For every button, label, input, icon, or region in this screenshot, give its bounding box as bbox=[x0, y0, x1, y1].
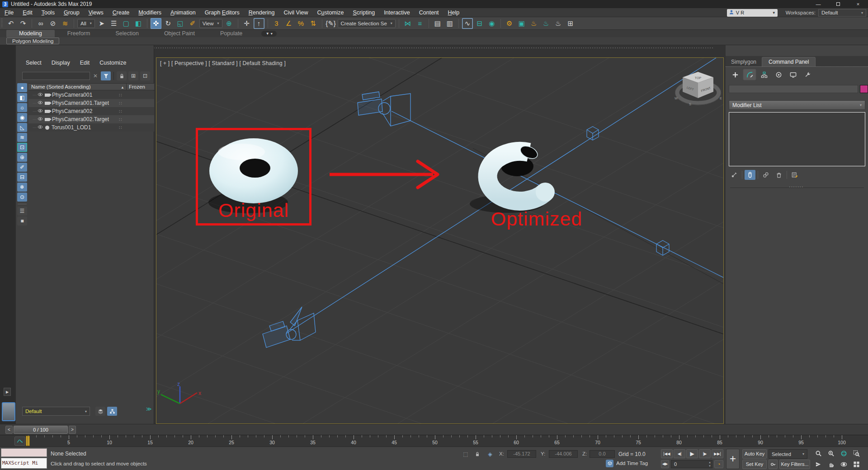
physcamera002[interactable] bbox=[263, 307, 316, 348]
hierarchy-tab-icon[interactable] bbox=[757, 69, 771, 80]
select-by-name-icon[interactable]: ☰ bbox=[108, 18, 119, 29]
autodesk-360-icon[interactable]: ⊞ bbox=[565, 18, 576, 29]
display-hidden-icon[interactable]: ⊙ bbox=[17, 193, 27, 202]
pin-stack-icon[interactable] bbox=[729, 170, 740, 180]
select-and-scale-icon[interactable]: ◱ bbox=[175, 18, 186, 29]
compass-south[interactable]: S bbox=[689, 102, 691, 106]
camera-target-cube[interactable] bbox=[656, 240, 669, 255]
menu-tools[interactable]: Tools bbox=[37, 8, 59, 17]
compass-east[interactable]: E bbox=[720, 96, 722, 100]
display-geometry-icon[interactable]: ● bbox=[17, 83, 27, 92]
visibility-eye-icon[interactable] bbox=[38, 108, 43, 115]
display-bones-icon[interactable]: ✐ bbox=[17, 163, 27, 172]
current-frame-field[interactable]: 0▲▼ bbox=[671, 460, 712, 468]
object-name[interactable]: PhysCamera002.Target bbox=[52, 116, 109, 122]
select-and-link-icon[interactable]: ∞ bbox=[35, 18, 46, 29]
frozen-cell[interactable]: ∷ bbox=[119, 125, 122, 130]
display-xrefs-icon[interactable]: ⊕ bbox=[17, 153, 27, 162]
selection-set-dropdown[interactable]: Default ▾ bbox=[22, 407, 90, 416]
ribbon-tab-freeform[interactable]: Freeform bbox=[55, 30, 103, 37]
time-marker[interactable] bbox=[26, 436, 30, 446]
menu-edit[interactable]: Edit bbox=[18, 8, 37, 17]
time-slider[interactable]: < 0 / 100 > bbox=[0, 424, 868, 435]
align-icon[interactable]: ≡ bbox=[415, 18, 425, 29]
select-and-manipulate-icon[interactable]: ✛ bbox=[241, 18, 252, 29]
key-mode-toggle-icon[interactable]: ◔ bbox=[714, 460, 723, 468]
material-sample-slot[interactable] bbox=[2, 402, 15, 421]
display-tab-icon[interactable] bbox=[786, 69, 800, 80]
perspective-viewport[interactable]: [ + ] [ Perspective ] [ Standard ] [ Def… bbox=[156, 57, 724, 424]
time-slider-handle[interactable]: 0 / 100 bbox=[14, 426, 68, 434]
previous-frame-arrow[interactable]: < bbox=[5, 426, 13, 434]
zoom-region-icon[interactable] bbox=[851, 449, 862, 458]
camera-target-cube[interactable] bbox=[587, 127, 599, 140]
minimize-button[interactable]: — bbox=[808, 0, 828, 8]
previous-frame-button[interactable]: ◀| bbox=[674, 449, 685, 458]
isolate-selection-icon[interactable]: ⬚ bbox=[461, 450, 470, 458]
hierarchy-view-button[interactable] bbox=[107, 407, 117, 416]
filter-icon[interactable] bbox=[101, 71, 111, 80]
tab-simplygon[interactable]: Simplygon bbox=[726, 57, 762, 66]
torus-optimized-lod[interactable] bbox=[470, 144, 555, 213]
display-lights-icon[interactable]: ☼ bbox=[17, 103, 27, 112]
menu-views[interactable]: Views bbox=[84, 8, 108, 17]
modify-tab-icon[interactable] bbox=[743, 69, 756, 80]
rendered-frame-window-icon[interactable]: ▣ bbox=[516, 18, 527, 29]
select-and-rotate-icon[interactable]: ↻ bbox=[163, 18, 174, 29]
next-frame-arrow[interactable]: > bbox=[69, 426, 76, 434]
display-cameras-icon[interactable]: ◉ bbox=[17, 113, 27, 122]
frozen-cell[interactable]: ∷ bbox=[119, 93, 122, 98]
select-and-place-icon[interactable]: ✐ bbox=[187, 18, 198, 29]
menu-modifiers[interactable]: Modifiers bbox=[134, 8, 166, 17]
user-account-dropdown[interactable]: V R ▼ bbox=[727, 9, 778, 17]
selection-filter-dropdown[interactable]: All▾ bbox=[77, 19, 95, 28]
display-groups-icon[interactable]: ⊡ bbox=[17, 143, 27, 152]
create-key-button[interactable]: + bbox=[726, 449, 740, 469]
maximize-viewport-toggle-icon[interactable] bbox=[851, 460, 862, 469]
angle-snap-icon[interactable]: ∠ bbox=[283, 18, 294, 29]
display-space-warps-icon[interactable]: ≋ bbox=[17, 133, 27, 142]
toggle-ribbon-icon[interactable]: ▥ bbox=[444, 18, 455, 29]
table-row[interactable]: ···PhysCamera002.Target∷ bbox=[28, 115, 154, 123]
snaps-toggle-icon[interactable]: 3 bbox=[271, 18, 282, 29]
table-row[interactable]: ···PhysCamera001∷ bbox=[28, 91, 154, 99]
close-button[interactable]: × bbox=[848, 0, 868, 8]
menu-help[interactable]: Help bbox=[443, 8, 464, 17]
key-step-toggle[interactable]: ◀▶ bbox=[661, 460, 669, 468]
pick-container-icon[interactable]: ⊡ bbox=[140, 71, 150, 80]
render-setup-icon[interactable]: ⚙ bbox=[504, 18, 515, 29]
keyboard-shortcut-override-icon[interactable]: ↑ bbox=[254, 18, 264, 29]
object-name[interactable]: Torus001_LOD1 bbox=[52, 124, 91, 131]
search-input[interactable] bbox=[22, 72, 90, 80]
menu-graph-editors[interactable]: Graph Editors bbox=[200, 8, 244, 17]
selection-lock-icon[interactable] bbox=[473, 450, 482, 458]
frame-spinner[interactable]: ▲▼ bbox=[708, 461, 711, 468]
set-key-button[interactable]: Set Key bbox=[742, 460, 767, 469]
layer-list-button[interactable] bbox=[95, 407, 105, 416]
window-crossing-toggle-icon[interactable]: ◧ bbox=[133, 18, 144, 29]
explorer-menu-select[interactable]: Select bbox=[26, 60, 42, 66]
key-selection-filter-dropdown[interactable]: Selected ▾ bbox=[769, 449, 807, 459]
menu-file[interactable]: File bbox=[0, 8, 18, 17]
menu-rendering[interactable]: Rendering bbox=[244, 8, 279, 17]
add-time-tag-label[interactable]: Add Time Tag bbox=[616, 461, 648, 466]
named-selection-sets-dropdown[interactable]: Create Selection Se▾ bbox=[338, 19, 396, 28]
go-to-end-button[interactable]: ▶▶| bbox=[712, 449, 723, 458]
ribbon-tab-modeling[interactable]: Modeling bbox=[6, 30, 55, 37]
restore-button[interactable] bbox=[828, 0, 848, 8]
unlink-selection-icon[interactable]: ⊘ bbox=[47, 18, 58, 29]
ribbon-overflow-button[interactable]: ▼▾ bbox=[261, 31, 277, 37]
toolbar-grip[interactable] bbox=[1, 19, 3, 28]
maxscript-mini-listener[interactable]: MAXScript Mi bbox=[1, 458, 47, 469]
play-button[interactable]: ▶ bbox=[686, 449, 698, 458]
rollout-divider[interactable] bbox=[730, 188, 864, 188]
track-bar[interactable]: 0510152025303540455055606570758085909510… bbox=[0, 435, 868, 446]
overflow-indicator[interactable]: ≫ bbox=[146, 406, 152, 412]
frozen-cell[interactable]: ∷ bbox=[119, 101, 122, 106]
reference-coordinate-system-dropdown[interactable]: View▾ bbox=[199, 19, 222, 28]
zoom-extents-icon[interactable] bbox=[838, 449, 849, 458]
table-row[interactable]: ···PhysCamera002∷ bbox=[28, 107, 154, 115]
workspace-dropdown[interactable]: Default ▾ bbox=[818, 9, 866, 17]
modifier-list-dropdown[interactable]: Modifier List ▾ bbox=[729, 100, 865, 110]
explorer-menu-edit[interactable]: Edit bbox=[80, 60, 90, 66]
